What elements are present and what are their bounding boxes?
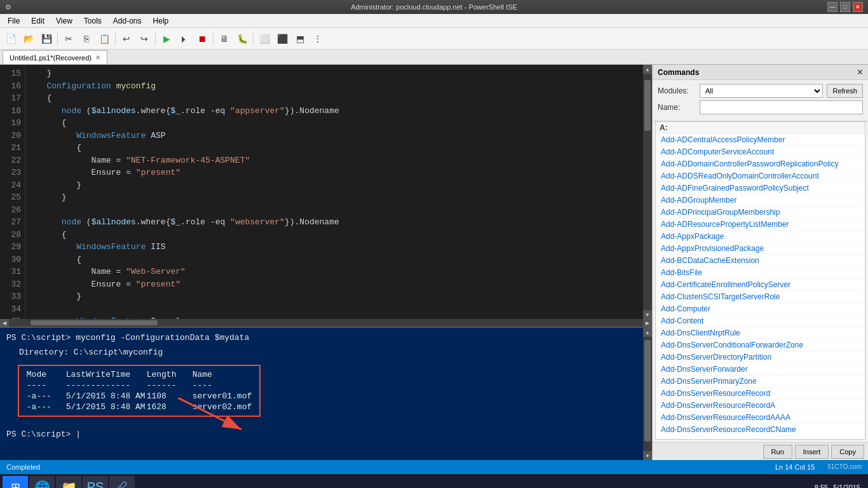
hscroll-right-arrow[interactable]: ▶ bbox=[643, 319, 652, 327]
file2-mode: -a--- bbox=[27, 402, 65, 412]
terminal-scroll-up[interactable]: ▲ bbox=[643, 328, 652, 337]
terminal-pane[interactable]: PS C:\script> myconfig -ConfigurationDat… bbox=[0, 327, 652, 460]
toolbar-sep-1 bbox=[57, 32, 58, 45]
insert-footer-button[interactable]: Insert bbox=[795, 445, 829, 459]
cmd-item-9[interactable]: Add-AppxProvisionedPackage bbox=[656, 243, 865, 255]
hscroll-thumb[interactable] bbox=[31, 320, 158, 325]
maximize-button[interactable]: □ bbox=[840, 2, 850, 12]
menu-view[interactable]: View bbox=[51, 15, 78, 27]
redo-button[interactable]: ↪ bbox=[136, 30, 153, 47]
modules-select[interactable]: All bbox=[700, 84, 823, 98]
menu-edit[interactable]: Edit bbox=[26, 15, 50, 27]
name-input[interactable] bbox=[700, 100, 863, 114]
remote-button[interactable]: 🖥 bbox=[216, 30, 233, 47]
copy-footer-button[interactable]: Copy bbox=[831, 445, 864, 459]
show-both-pane-button[interactable]: ⬒ bbox=[292, 30, 308, 47]
modules-row: Modules: All Refresh bbox=[658, 84, 863, 98]
editor-horizontal-scrollbar[interactable]: ◀ ▶ bbox=[0, 319, 652, 327]
cmd-item-0[interactable]: Add-ADCentralAccessPolicyMember bbox=[656, 134, 865, 146]
editor-pane[interactable]: 1516171819 2021222324 2526272829 3031323… bbox=[0, 65, 652, 319]
window-title: Administrator: pocloud.cloudapp.net - Po… bbox=[351, 3, 517, 11]
terminal-scroll-down[interactable]: ▼ bbox=[643, 451, 652, 460]
hscroll-track[interactable] bbox=[18, 320, 634, 325]
sep-lastwrite: ------------- bbox=[66, 381, 146, 390]
cmd-item-3[interactable]: Add-ADDSReadOnlyDomainControllerAccount bbox=[656, 170, 865, 182]
status-text: Completed bbox=[6, 463, 40, 471]
cmd-item-13[interactable]: Add-ClusteriSCSITargetServerRole bbox=[656, 291, 865, 303]
show-console-pane-button[interactable]: ⬛ bbox=[274, 30, 290, 47]
copy-button[interactable]: ⎘ bbox=[78, 30, 95, 47]
new-button[interactable]: 📄 bbox=[3, 30, 19, 47]
cmd-item-20[interactable]: Add-DnsServerPrimaryZone bbox=[656, 376, 865, 388]
menu-tools[interactable]: Tools bbox=[79, 15, 107, 27]
header-name: Name bbox=[193, 370, 252, 379]
undo-button[interactable]: ↩ bbox=[118, 30, 135, 47]
cmd-item-4[interactable]: Add-ADFineGrainedPasswordPolicySubject bbox=[656, 182, 865, 194]
commands-list[interactable]: A: Add-ADCentralAccessPolicyMember Add-A… bbox=[655, 121, 865, 440]
taskbar-explorer[interactable]: 📁 bbox=[56, 476, 81, 489]
minimize-button[interactable]: — bbox=[827, 2, 837, 12]
cmd-item-14[interactable]: Add-Computer bbox=[656, 303, 865, 315]
svg-line-1 bbox=[178, 398, 241, 430]
cmd-item-18[interactable]: Add-DnsServerDirectoryPartition bbox=[656, 351, 865, 363]
terminal-vertical-scrollbar[interactable]: ▲ ▼ bbox=[643, 328, 652, 460]
cmd-item-1[interactable]: Add-ADComputerServiceAccount bbox=[656, 146, 865, 158]
show-script-pane-button[interactable]: ⬜ bbox=[256, 30, 273, 47]
cmd-item-23[interactable]: Add-DnsServerResourceRecordAAAA bbox=[656, 412, 865, 424]
terminal-command: PS C:\script> myconfig -ConfigurationDat… bbox=[6, 333, 249, 342]
paste-button[interactable]: 📋 bbox=[96, 30, 112, 47]
terminal-scroll-thumb[interactable] bbox=[644, 340, 651, 442]
cmd-item-22[interactable]: Add-DnsServerResourceRecordA bbox=[656, 400, 865, 412]
cmd-item-19[interactable]: Add-DnsServerForwarder bbox=[656, 363, 865, 376]
commands-pane-button[interactable]: ⋮ bbox=[309, 30, 326, 47]
save-button[interactable]: 💾 bbox=[38, 30, 55, 47]
cut-button[interactable]: ✂ bbox=[60, 30, 77, 47]
debug-button[interactable]: 🐛 bbox=[234, 30, 250, 47]
scroll-thumb[interactable] bbox=[644, 80, 651, 131]
terminal-content: PS C:\script> myconfig -ConfigurationDat… bbox=[6, 333, 646, 439]
sep-mode: ---- bbox=[27, 381, 65, 390]
run-selection-button[interactable]: ⏵ bbox=[176, 30, 193, 47]
scroll-up-arrow[interactable]: ▲ bbox=[643, 65, 652, 74]
tab-untitled1[interactable]: Untitled1.ps1*(Recovered) ✕ bbox=[3, 50, 107, 64]
menu-file[interactable]: File bbox=[3, 15, 25, 27]
terminal-command-line: PS C:\script> myconfig -ConfigurationDat… bbox=[6, 333, 637, 342]
cmd-item-10[interactable]: Add-BCDataCacheExtension bbox=[656, 255, 865, 267]
explorer-icon: 📁 bbox=[61, 480, 77, 489]
refresh-button[interactable]: Refresh bbox=[827, 84, 863, 98]
run-footer-button[interactable]: Run bbox=[763, 445, 792, 459]
hscroll-left-arrow[interactable]: ◀ bbox=[0, 319, 9, 327]
close-button[interactable]: ✕ bbox=[853, 2, 863, 12]
code-editor[interactable]: } Configuration myconfig { node ($allnod… bbox=[25, 65, 643, 319]
cmd-item-7[interactable]: Add-ADResourcePropertyListMember bbox=[656, 219, 865, 231]
cmd-item-15[interactable]: Add-Content bbox=[656, 315, 865, 327]
cmd-item-17[interactable]: Add-DnsServerConditionalForwarderZone bbox=[656, 339, 865, 351]
run-button[interactable]: ▶ bbox=[158, 30, 175, 47]
taskbar-ise[interactable]: 🖊 bbox=[109, 476, 135, 489]
ie-icon: 🌐 bbox=[34, 480, 50, 489]
cmd-item-2[interactable]: Add-ADDomainControllerPasswordReplicatio… bbox=[656, 158, 865, 170]
cmd-item-11[interactable]: Add-BitsFile bbox=[656, 267, 865, 279]
menu-addons[interactable]: Add-ons bbox=[108, 15, 147, 27]
terminal-scroll-track[interactable] bbox=[643, 337, 652, 451]
cmd-item-6[interactable]: Add-ADPrincipalGroupMembership bbox=[656, 207, 865, 219]
tab-close-button[interactable]: ✕ bbox=[95, 54, 100, 61]
scroll-track[interactable] bbox=[643, 74, 652, 310]
scroll-down-arrow[interactable]: ▼ bbox=[643, 310, 652, 319]
commands-close-button[interactable]: ✕ bbox=[857, 68, 863, 77]
open-button[interactable]: 📂 bbox=[20, 30, 37, 47]
menu-help[interactable]: Help bbox=[148, 15, 174, 27]
taskbar-powershell[interactable]: PS bbox=[83, 476, 108, 489]
editor-vertical-scrollbar[interactable]: ▲ ▼ bbox=[643, 65, 652, 319]
ise-icon: 🖊 bbox=[116, 480, 128, 488]
cmd-item-24[interactable]: Add-DnsServerResourceRecordCName bbox=[656, 424, 865, 436]
cmd-item-16[interactable]: Add-DnsClientNrptRule bbox=[656, 327, 865, 339]
taskbar-ie[interactable]: 🌐 bbox=[29, 476, 55, 489]
stop-button[interactable]: ⏹ bbox=[194, 30, 210, 47]
start-button[interactable]: ⊞ bbox=[3, 476, 28, 489]
cmd-item-12[interactable]: Add-CertificateEnrollmentPolicyServer bbox=[656, 279, 865, 291]
cmd-item-21[interactable]: Add-DnsServerResourceRecord bbox=[656, 388, 865, 400]
cmd-item-5[interactable]: Add-ADGroupMember bbox=[656, 194, 865, 207]
cmd-item-8[interactable]: Add-AppxPackage bbox=[656, 231, 865, 243]
taskbar: ⊞ 🌐 📁 PS 🖊 8:55 5/1/2015 bbox=[0, 474, 868, 488]
